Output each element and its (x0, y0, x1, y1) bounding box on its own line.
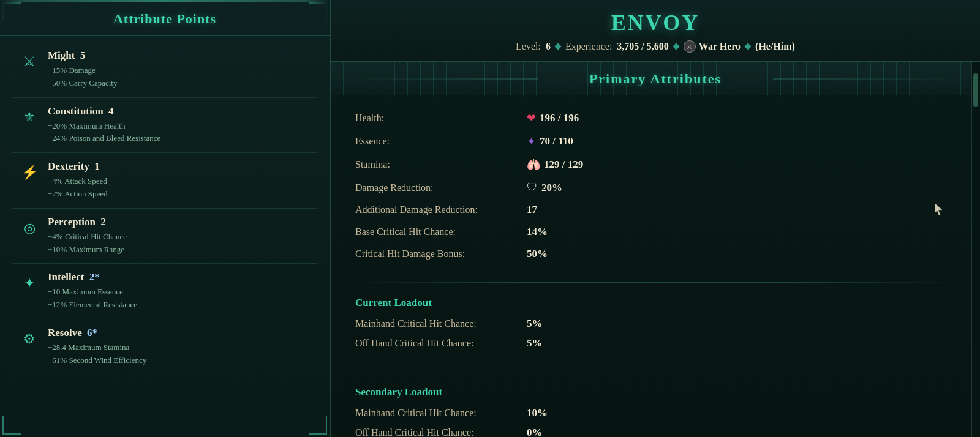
secondary-loadout-stat-label: Mainhand Critical Hit Chance: (355, 408, 527, 419)
stat-divider-2 (355, 372, 956, 372)
intellect-icon: ✦ (18, 272, 40, 294)
secondary-loadout-title: Secondary Loadout (355, 381, 956, 401)
attribute-item[interactable]: ✦ Intellect 2* +10 Maximum Essence+12% E… (12, 264, 317, 319)
diamond-separator-2 (673, 43, 679, 50)
attribute-bonuses: +4% Critical Hit Chance+10% Maximum Rang… (48, 231, 317, 256)
attribute-bonuses: +4% Attack Speed+7% Action Speed (48, 175, 317, 201)
attribute-bonus-line: +50% Carry Capacity (48, 77, 317, 90)
attribute-bonus-line: +24% Poison and Bleed Resistance (48, 132, 317, 145)
attribute-bonus-line: +15% Damage (48, 64, 317, 77)
current-loadout-grid: Current Loadout Mainhand Critical Hit Ch… (331, 289, 980, 365)
loadout-stat-label: Off Hand Critical Hit Chance: (355, 338, 527, 349)
loadout-stat-label: Mainhand Critical Hit Chance: (355, 318, 527, 329)
diamond-separator-3 (744, 43, 751, 50)
attribute-value: 4 (108, 105, 114, 117)
attribute-name: Resolve (48, 327, 82, 338)
corner-deco-br (309, 416, 327, 435)
left-panel-header: Attribute Points (0, 0, 330, 36)
stat-icon: ❤ (527, 111, 536, 125)
attribute-bonuses: +10 Maximum Essence+12% Elemental Resist… (48, 286, 317, 312)
attribute-item[interactable]: ◎ Perception 2 +4% Critical Hit Chance+1… (12, 209, 317, 264)
attribute-name: Perception (48, 216, 96, 228)
attribute-bonus-line: +12% Elemental Resistance (48, 299, 317, 312)
primary-stats-grid: Health: ❤ 196 / 196 Essence: ✦ 70 / 110 … (331, 95, 980, 276)
stat-icon: ✦ (527, 135, 536, 148)
stat-value: 129 / 129 (544, 159, 583, 171)
attribute-value: 2* (89, 271, 100, 283)
pronoun-value: (He/Him) (755, 41, 795, 52)
diamond-separator-1 (554, 43, 561, 50)
attribute-item[interactable]: ⚙ Resolve 6* +28.4 Maximum Stamina+61% S… (12, 319, 317, 375)
stat-value: 20% (541, 182, 562, 194)
loadout-stat-value: 5% (527, 318, 543, 330)
stat-row: Health: ❤ 196 / 196 (355, 108, 956, 129)
secondary-loadout-stat-row: Off Hand Critical Hit Chance: 0% (355, 423, 956, 437)
background-label: War Hero (699, 41, 741, 52)
cursor (935, 203, 943, 218)
stat-value: 17 (527, 204, 537, 216)
svg-marker-0 (935, 203, 942, 215)
stat-value: 70 / 110 (540, 135, 573, 148)
war-hero-icon: ⚔ (684, 40, 696, 53)
current-loadout-title: Current Loadout (355, 292, 956, 312)
attributes-list: ⚔ Might 5 +15% Damage+50% Carry Capacity… (0, 36, 330, 381)
perception-icon: ◎ (18, 217, 40, 239)
stat-label: Base Critical Hit Chance: (355, 226, 527, 237)
left-panel: Attribute Points ⚔ Might 5 +15% Damage+5… (0, 0, 331, 437)
character-name: ENVOY (349, 10, 962, 35)
stat-label: Damage Reduction: (355, 182, 527, 193)
attribute-bonus-line: +7% Action Speed (48, 188, 317, 201)
war-hero-badge: ⚔ War Hero (684, 40, 741, 53)
stat-row: Stamina: 🫁 129 / 129 (355, 154, 956, 175)
resolve-icon: ⚙ (18, 328, 40, 350)
attribute-bonuses: +15% Damage+50% Carry Capacity (48, 64, 317, 90)
scrollbar-thumb[interactable] (973, 73, 978, 107)
attribute-item[interactable]: ⚔ Might 5 +15% Damage+50% Carry Capacity (12, 42, 317, 98)
attribute-name: Intellect (48, 271, 84, 283)
attribute-bonus-line: +10% Maximum Range (48, 244, 317, 256)
might-icon: ⚔ (18, 51, 40, 73)
stat-icon: 🛡 (527, 181, 538, 194)
stat-row: Base Critical Hit Chance: 14% (355, 222, 956, 242)
corner-deco-bl (2, 416, 21, 435)
level-label: Level: (516, 41, 541, 52)
stat-row: Damage Reduction: 🛡 20% (355, 177, 956, 198)
attribute-item[interactable]: ⚡ Dexterity 1 +4% Attack Speed+7% Action… (12, 153, 317, 209)
attribute-value: 1 (94, 160, 100, 172)
attribute-bonus-line: +28.4 Maximum Stamina (48, 342, 317, 354)
stat-icon: 🫁 (527, 158, 540, 171)
attribute-bonus-line: +4% Attack Speed (48, 175, 317, 188)
stat-row: Critical Hit Damage Bonus: 50% (355, 244, 956, 264)
main-content[interactable]: Primary Attributes Health: ❤ 196 / 196 E… (331, 62, 980, 437)
experience-label: Experience: (565, 41, 612, 52)
level-value: 6 (546, 41, 551, 52)
stat-label: Stamina: (355, 159, 527, 170)
attribute-name: Dexterity (48, 160, 89, 172)
attribute-bonuses: +20% Maximum Health+24% Poison and Bleed… (48, 120, 317, 146)
constitution-icon: ⚜ (18, 106, 40, 129)
loadout-stat-value: 5% (527, 337, 543, 349)
attribute-bonus-line: +10 Maximum Essence (48, 286, 317, 299)
secondary-loadout-stat-row: Mainhand Critical Hit Chance: 10% (355, 403, 956, 423)
stat-row: Additional Damage Reduction: 17 (355, 200, 956, 220)
attribute-name: Constitution (48, 105, 104, 117)
stat-row: Essence: ✦ 70 / 110 (355, 131, 956, 152)
character-header: ENVOY Level: 6 Experience: 3,705 / 5,600… (331, 0, 980, 62)
attribute-item[interactable]: ⚜ Constitution 4 +20% Maximum Health+24%… (12, 98, 317, 154)
secondary-loadout-grid: Secondary Loadout Mainhand Critical Hit … (331, 378, 980, 437)
primary-attributes-header: Primary Attributes (331, 62, 980, 95)
scrollbar-track[interactable] (971, 62, 980, 437)
attribute-value: 2 (100, 216, 106, 228)
attribute-bonus-line: +4% Critical Hit Chance (48, 231, 317, 244)
stat-label: Essence: (355, 136, 527, 147)
attribute-bonus-line: +20% Maximum Health (48, 120, 317, 133)
loadout-stat-row: Off Hand Critical Hit Chance: 5% (355, 334, 956, 353)
stat-label: Additional Damage Reduction: (355, 204, 527, 215)
primary-attributes-title: Primary Attributes (589, 71, 722, 86)
attribute-points-title: Attribute Points (113, 11, 216, 26)
dexterity-icon: ⚡ (18, 162, 40, 184)
secondary-loadout-stat-value: 0% (527, 427, 543, 437)
stat-divider-1 (355, 282, 956, 283)
stat-value: 14% (527, 226, 548, 238)
right-panel: ENVOY Level: 6 Experience: 3,705 / 5,600… (331, 0, 980, 437)
